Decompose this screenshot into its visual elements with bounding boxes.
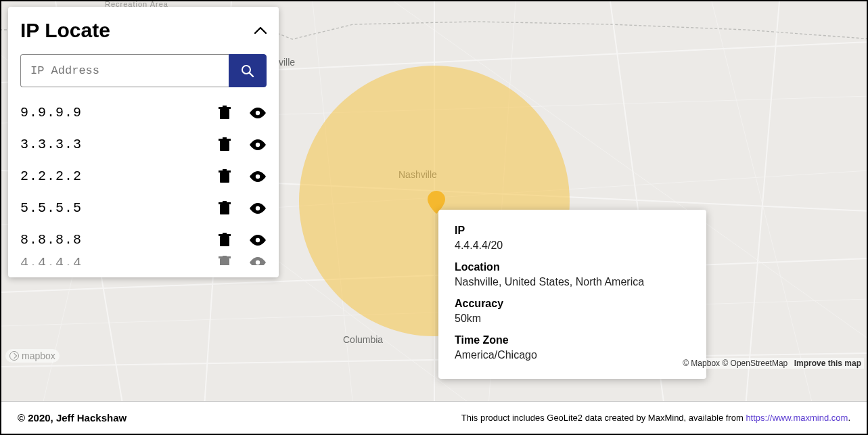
ip-address-input[interactable] — [20, 54, 229, 87]
mapbox-logo[interactable]: mapbox — [5, 349, 60, 363]
svg-line-19 — [250, 73, 253, 76]
list-item: 2.2.2.2 — [20, 160, 267, 192]
svg-point-43 — [256, 260, 260, 265]
svg-point-35 — [256, 206, 260, 210]
view-button[interactable] — [249, 257, 267, 265]
list-item: 8.8.8.8 — [20, 224, 267, 256]
collapse-panel-button[interactable] — [254, 24, 267, 38]
list-item: 5.5.5.5 — [20, 192, 267, 224]
popup-timezone-value: America/Chicago — [455, 349, 690, 361]
popup-location-label: Location — [455, 261, 690, 273]
footer: © 2020, Jeff Hackshaw This product inclu… — [1, 401, 867, 434]
view-button[interactable] — [249, 108, 267, 118]
footer-copyright: © 2020, Jeff Hackshaw — [18, 412, 127, 423]
map-attribution: © Mapbox © OpenStreetMap Improve this ma… — [680, 358, 864, 369]
popup-ip-label: IP — [455, 225, 690, 237]
footer-period: . — [848, 413, 850, 423]
svg-rect-41 — [219, 256, 231, 258]
svg-rect-21 — [219, 107, 231, 109]
eye-icon — [249, 257, 267, 265]
trash-icon — [218, 201, 231, 216]
attribution-osm[interactable]: © OpenStreetMap — [722, 359, 787, 368]
delete-button[interactable] — [218, 169, 231, 184]
attribution-mapbox[interactable]: © Mapbox — [683, 359, 720, 368]
svg-rect-20 — [220, 109, 229, 119]
location-info-popup: IP 4.4.4.4/20 Location Nashville, United… — [438, 210, 706, 379]
ip-text: 2.2.2.2 — [20, 168, 82, 184]
svg-rect-29 — [219, 170, 231, 173]
svg-rect-33 — [219, 202, 231, 204]
footer-geolite-prefix: This product includes GeoLite2 data crea… — [461, 413, 746, 423]
svg-point-23 — [256, 110, 260, 114]
svg-rect-24 — [220, 141, 229, 151]
improve-map-link[interactable]: Improve this map — [794, 359, 861, 368]
ip-text: 4.4.4.4 — [20, 256, 82, 265]
eye-icon — [249, 203, 267, 214]
list-item: 9.9.9.9 — [20, 97, 267, 129]
city-label-columbia: Columbia — [343, 334, 383, 345]
trash-icon — [218, 137, 231, 152]
search-button[interactable] — [229, 54, 267, 87]
svg-point-27 — [256, 142, 260, 146]
view-button[interactable] — [249, 235, 267, 246]
svg-rect-36 — [220, 236, 229, 246]
svg-rect-28 — [220, 173, 229, 183]
list-item: 3.3.3.3 — [20, 129, 267, 160]
maxmind-link[interactable]: https://www.maxmind.com — [746, 413, 848, 423]
svg-rect-32 — [220, 204, 229, 214]
delete-button[interactable] — [218, 233, 231, 248]
delete-button[interactable] — [218, 137, 231, 152]
svg-rect-37 — [219, 234, 231, 236]
svg-rect-25 — [219, 139, 231, 141]
panel-title: IP Locate — [20, 19, 110, 42]
svg-rect-38 — [223, 233, 227, 234]
eye-icon — [249, 171, 267, 182]
trash-icon — [218, 169, 231, 184]
delete-button[interactable] — [218, 106, 231, 120]
search-icon — [241, 64, 254, 78]
ip-text: 3.3.3.3 — [20, 137, 82, 152]
footer-geolite-notice: This product includes GeoLite2 data crea… — [461, 413, 850, 423]
map[interactable]: Recreation Area ville Nashville Columbia… — [1, 1, 867, 401]
list-item: 4.4.4.4 — [20, 256, 267, 265]
city-label-fragment: ville — [279, 57, 295, 68]
mapbox-logo-icon — [9, 351, 19, 361]
eye-icon — [249, 139, 267, 150]
svg-rect-40 — [220, 258, 229, 265]
ip-history-list: 9.9.9.9 3.3.3.3 2.2.2.2 — [20, 97, 267, 265]
mapbox-logo-text: mapbox — [22, 350, 55, 361]
popup-ip-value: 4.4.4.4/20 — [455, 239, 690, 252]
svg-rect-42 — [223, 256, 227, 256]
ip-text: 8.8.8.8 — [20, 232, 82, 248]
svg-point-31 — [256, 174, 260, 178]
svg-rect-26 — [223, 137, 227, 139]
svg-line-8 — [746, 1, 779, 401]
popup-accuracy-label: Accuracy — [455, 298, 690, 310]
popup-timezone-label: Time Zone — [455, 334, 690, 346]
svg-rect-34 — [223, 201, 227, 202]
view-button[interactable] — [249, 203, 267, 214]
ip-locate-panel: IP Locate 9.9.9.9 — [8, 7, 279, 277]
delete-button[interactable] — [218, 201, 231, 216]
trash-icon — [218, 106, 231, 120]
trash-icon — [218, 256, 231, 265]
eye-icon — [249, 235, 267, 246]
popup-accuracy-value: 50km — [455, 313, 690, 325]
delete-button[interactable] — [218, 256, 231, 265]
ip-text: 5.5.5.5 — [20, 200, 82, 216]
popup-location-value: Nashville, United States, North America — [455, 276, 690, 288]
ip-text: 9.9.9.9 — [20, 105, 82, 120]
chevron-up-icon — [254, 26, 267, 35]
view-button[interactable] — [249, 171, 267, 182]
eye-icon — [249, 108, 267, 118]
svg-rect-22 — [223, 106, 227, 107]
view-button[interactable] — [249, 139, 267, 150]
svg-rect-30 — [223, 169, 227, 170]
svg-point-39 — [256, 237, 260, 242]
trash-icon — [218, 233, 231, 248]
